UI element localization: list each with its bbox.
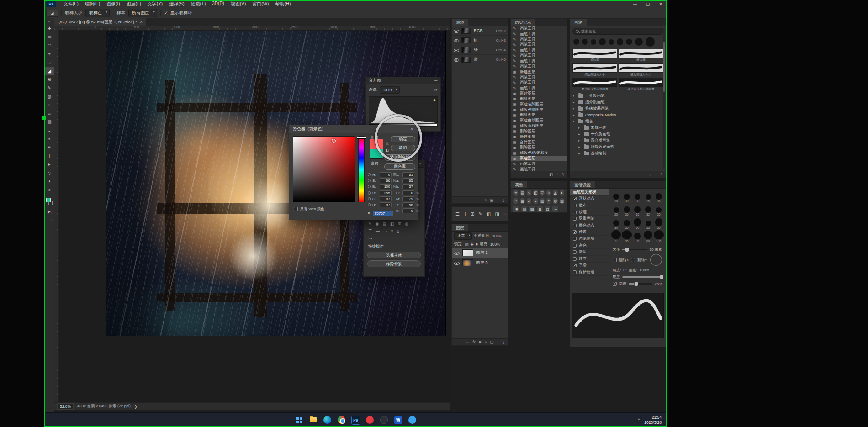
strip-icon[interactable]: ⋯ <box>503 211 508 216</box>
tool-button[interactable]: T <box>44 152 54 160</box>
option-checkbox[interactable] <box>573 270 577 274</box>
close-button[interactable]: ✕ <box>654 0 667 8</box>
visibility-eye-icon[interactable] <box>454 57 459 62</box>
roundness-value[interactable]: 100% <box>640 268 649 272</box>
lock-transparent-icon[interactable]: ▨ <box>465 242 468 247</box>
spacing-slider[interactable] <box>629 283 652 285</box>
color-libraries-button[interactable]: 颜色库 <box>384 163 415 170</box>
histogram-channel-select[interactable]: RGB <box>380 86 399 94</box>
option-checkbox[interactable] <box>573 217 577 221</box>
option-checkbox[interactable] <box>573 224 577 227</box>
history-step[interactable]: ▣ 删除图层 <box>511 145 567 151</box>
option-checkbox[interactable] <box>573 264 577 267</box>
fill-layer-icon[interactable]: ⋯ <box>552 206 558 212</box>
history-step[interactable]: ▣ 修改色相/饱和度 <box>511 150 567 156</box>
tool-button[interactable]: ◍ <box>44 92 54 101</box>
folder-arrow-icon[interactable] <box>578 132 582 136</box>
adjustment-layer-icon[interactable]: ◑ <box>484 340 487 344</box>
taskbar-icon-edge[interactable] <box>322 415 333 426</box>
history-step[interactable]: ✎ 画笔工具 <box>511 42 567 48</box>
folder-arrow-icon[interactable] <box>578 126 582 130</box>
folder-arrow-icon[interactable] <box>573 113 577 117</box>
color-field-input[interactable]: 79 <box>402 196 414 201</box>
visibility-eye-icon[interactable] <box>454 28 459 33</box>
strip-icon[interactable]: ◨ <box>495 211 499 216</box>
folder-arrow-icon[interactable] <box>578 145 582 149</box>
option-checkbox[interactable] <box>573 211 577 214</box>
taskbar-clock[interactable]: 21:54 2023/3/28 <box>644 415 662 425</box>
brush-preset-dot[interactable] <box>573 39 579 45</box>
hue-slider[interactable] <box>358 136 365 202</box>
brush-option-row[interactable]: 散布 <box>570 202 609 209</box>
brush-preset[interactable]: 硬边圆 <box>619 49 663 62</box>
brush-folder[interactable]: 干介质画笔 <box>570 131 666 137</box>
adjustment-icon[interactable]: ◐ <box>560 190 564 196</box>
color-field-input[interactable]: 87 <box>380 202 392 207</box>
tool-button[interactable]: ◠ <box>44 41 54 50</box>
history-step[interactable]: ▣ 修改色阶图层 <box>511 107 567 113</box>
foreground-color-swatch[interactable] <box>46 198 51 202</box>
brush-preset-dot[interactable] <box>591 39 596 45</box>
adjustment-icon[interactable]: ◔ <box>513 198 518 204</box>
history-step[interactable]: ✎ 画笔工具 <box>511 58 567 64</box>
adjustment-icon[interactable]: ◕ <box>527 198 531 204</box>
menu-item[interactable]: 选择(S) <box>166 0 187 8</box>
history-step[interactable]: ✎ 画笔工具 <box>511 64 567 69</box>
adjustment-icon[interactable]: ◓ <box>546 198 551 204</box>
new-snapshot-icon[interactable]: + <box>556 172 558 177</box>
brush-option-row[interactable]: 形状动态 <box>570 196 609 203</box>
history-step[interactable]: ✎ 画笔工具 <box>511 161 567 167</box>
brush-tip[interactable]: 50 <box>633 217 642 229</box>
brush-preset-dot[interactable] <box>582 39 588 45</box>
brush-preset-dot[interactable] <box>646 37 655 46</box>
history-step[interactable]: ▣ 删除图层 <box>511 113 567 118</box>
folder-arrow-icon[interactable] <box>578 152 582 155</box>
brush-option-row[interactable]: 杂色 <box>570 242 609 249</box>
fill-value[interactable]: 100% <box>490 242 500 247</box>
taskbar-icon-explorer[interactable] <box>308 415 319 426</box>
color-field-input[interactable]: 61 <box>402 172 414 177</box>
brush-folder[interactable]: 湿介质画笔 <box>570 99 666 105</box>
quick-tool-icon[interactable]: ✎ <box>368 221 372 226</box>
brush-option-row[interactable]: 画笔笔势 <box>570 236 609 242</box>
minimize-button[interactable]: — <box>629 0 641 8</box>
layers-tab[interactable]: 图层 <box>452 224 468 231</box>
fill-layer-icon[interactable]: ▨ <box>521 206 527 212</box>
brushes-tab[interactable]: 画笔 <box>570 19 587 26</box>
field-radio[interactable] <box>368 203 371 206</box>
adjustment-icon[interactable]: ▤ <box>520 190 524 196</box>
quick-tool-icon[interactable]: ⊞ <box>397 221 401 226</box>
brush-angle-icon[interactable]: ◌ <box>649 172 651 177</box>
menu-item[interactable]: 文件(F) <box>61 0 81 8</box>
delete-channel-icon[interactable]: ▯ <box>502 198 504 202</box>
show-sampling-ring-checkbox[interactable]: 显示取样环 <box>164 10 192 16</box>
document-tab[interactable]: QAQ_0677.jpg @ 52.8%(图层 1, RGB/8#) * ✕ <box>54 18 146 26</box>
adjustment-icon[interactable]: ◑ <box>546 190 551 196</box>
scrollbar[interactable] <box>663 28 665 169</box>
color-field-input[interactable]: 100 <box>380 184 392 189</box>
brush-tip[interactable]: 30 <box>622 217 632 229</box>
brush-folder[interactable]: 常规画笔 <box>570 125 666 131</box>
brush-tip[interactable]: 36 <box>622 204 632 216</box>
delete-state-icon[interactable]: ▯ <box>561 172 564 177</box>
layer-row[interactable]: 图层 0 <box>452 258 508 268</box>
delete-layer-icon[interactable]: ▯ <box>502 340 504 344</box>
screen-mode-button[interactable]: ⬚ <box>44 216 54 225</box>
channel-row[interactable]: RGB Ctrl+2 <box>452 26 508 36</box>
web-only-checkbox[interactable] <box>294 207 298 211</box>
brush-preset-dot[interactable] <box>626 39 632 45</box>
delete-brush-icon[interactable]: ▯ <box>660 172 662 177</box>
history-step[interactable]: ▣ 删除图层 <box>511 129 567 134</box>
adjustment-icon[interactable]: ▦ <box>520 198 524 204</box>
folder-arrow-icon[interactable] <box>573 120 577 123</box>
brush-preset[interactable]: 柔边圆压力不透明度 <box>572 78 617 91</box>
adjustment-icon[interactable]: ▧ <box>560 198 564 204</box>
align-tool-icon[interactable]: ▭ <box>383 229 387 233</box>
brush-option-row[interactable]: 传递 <box>570 229 609 236</box>
option-checkbox[interactable] <box>573 244 577 248</box>
tool-button[interactable]: ◓ <box>44 135 54 143</box>
history-step[interactable]: ▣ 新建色阶图层 <box>511 102 567 107</box>
quick-tool-icon[interactable]: ▤ <box>382 221 386 226</box>
history-step[interactable]: ✎ 画笔工具 <box>511 80 567 85</box>
menu-item[interactable]: 视图(V) <box>228 0 249 8</box>
